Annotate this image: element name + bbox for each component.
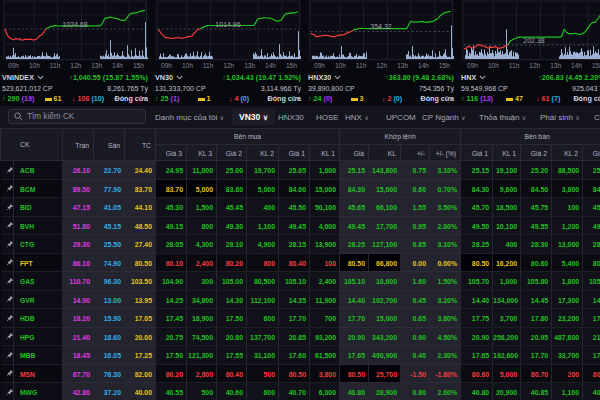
- svg-text:202.38: 202.38: [523, 37, 545, 44]
- svg-text:1014.96: 1014.96: [215, 21, 240, 28]
- svg-text:354.32: 354.32: [370, 23, 392, 30]
- svg-text:1024.68: 1024.68: [62, 21, 87, 28]
